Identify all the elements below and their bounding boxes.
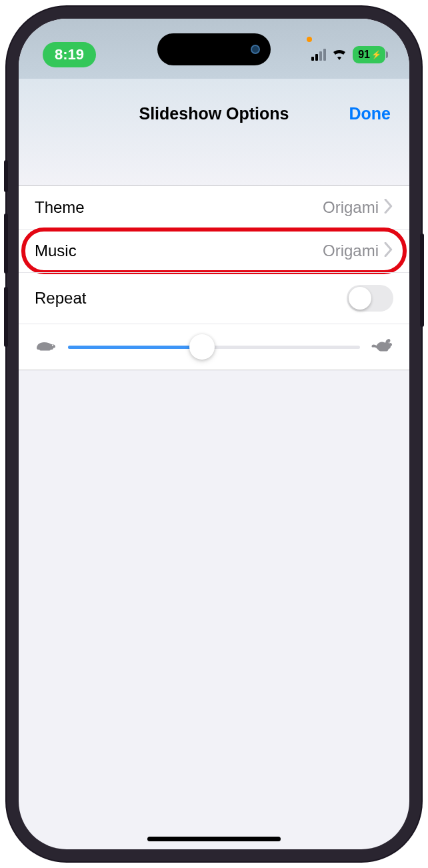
time-pill[interactable]: 8:19: [43, 42, 96, 67]
speed-slider-row: [19, 324, 409, 370]
music-row[interactable]: Music Origami: [19, 229, 409, 272]
mic-indicator-icon: [307, 37, 312, 42]
charging-bolt-icon: ⚡: [371, 50, 381, 59]
battery-indicator: 91 ⚡: [353, 46, 385, 63]
repeat-label: Repeat: [35, 289, 86, 308]
phone-screen: 8:19 91 ⚡ Slideshow Opti: [19, 19, 409, 849]
camera-dot-icon: [251, 45, 260, 54]
power-button: [420, 234, 424, 327]
chevron-right-icon: [384, 242, 393, 260]
page-title: Slideshow Options: [139, 104, 289, 123]
settings-group: Theme Origami Music Origami: [19, 185, 409, 370]
theme-label: Theme: [35, 198, 85, 217]
toggle-knob: [349, 287, 371, 310]
volume-up-button: [4, 213, 8, 274]
home-indicator[interactable]: [147, 837, 281, 841]
slider-thumb[interactable]: [189, 334, 215, 360]
chevron-right-icon: [384, 199, 393, 216]
theme-row[interactable]: Theme Origami: [19, 186, 409, 229]
music-value: Origami: [323, 242, 379, 260]
wifi-icon: [331, 47, 347, 63]
rabbit-icon: [371, 338, 393, 356]
battery-percent: 91: [358, 49, 370, 61]
theme-value: Origami: [323, 198, 379, 217]
status-time: 8:19: [55, 46, 84, 63]
cellular-signal-icon: [311, 49, 326, 61]
dynamic-island: [157, 33, 271, 65]
slider-fill: [68, 346, 202, 349]
repeat-row: Repeat: [19, 272, 409, 324]
speed-slider[interactable]: [68, 346, 360, 349]
turtle-icon: [35, 338, 57, 356]
nav-header: Slideshow Options Done: [19, 79, 409, 185]
status-right: 91 ⚡: [311, 46, 385, 63]
silent-switch: [4, 160, 8, 192]
volume-down-button: [4, 287, 8, 347]
phone-frame: 8:19 91 ⚡ Slideshow Opti: [7, 7, 421, 861]
music-label: Music: [35, 242, 77, 260]
done-button[interactable]: Done: [349, 104, 391, 123]
repeat-toggle[interactable]: [347, 285, 393, 312]
